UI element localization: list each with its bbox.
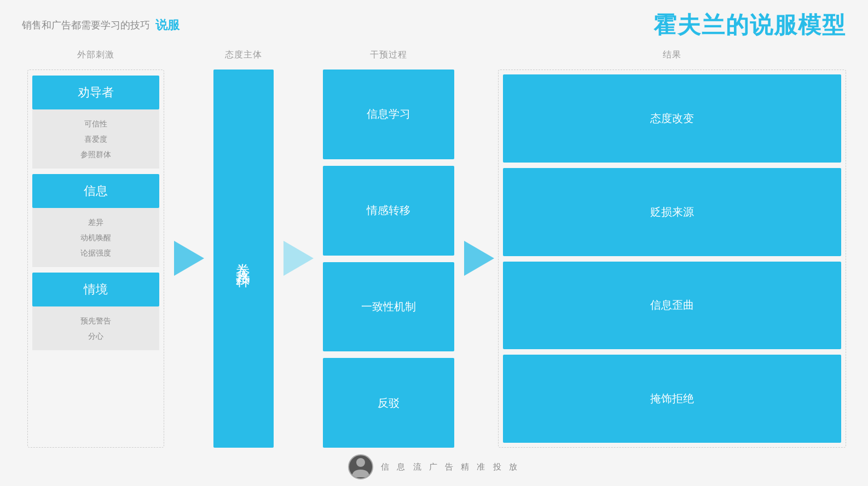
- intervention-label: 干预过程: [370, 49, 407, 61]
- footer-text: 信 息 流 广 告 精 准 投 放: [381, 462, 519, 472]
- col-external: 外部刺激 劝导者 可信性喜爱度参照群体 信息 差异动机唤醒论据强度 情境 预先警…: [22, 49, 170, 448]
- external-item-2-sub: 差异动机唤醒论据强度: [32, 208, 159, 267]
- intervention-items: 信息学习 情感转移 一致性机制 反驳: [323, 70, 454, 448]
- intervention-item-3: 一致性机制: [323, 262, 454, 352]
- header-title: 霍夫兰的说服模型: [653, 10, 846, 40]
- col-attitude: 态度主体 卷入接种: [208, 49, 279, 448]
- header-highlight: 说服: [155, 17, 180, 33]
- result-label: 结果: [663, 49, 681, 61]
- footer: 信 息 流 广 告 精 准 投 放: [0, 454, 868, 479]
- arrow-3: [464, 241, 494, 276]
- arrow-1-wrapper: [170, 49, 208, 448]
- external-box: 劝导者 可信性喜爱度参照群体 信息 差异动机唤醒论据强度 情境 预先警告分心: [27, 70, 164, 448]
- header-left: 销售和广告都需要学习的技巧 说服: [22, 17, 180, 33]
- external-item-3-sub: 预先警告分心: [32, 306, 159, 350]
- footer-avatar: [348, 454, 373, 479]
- result-item-3: 信息歪曲: [503, 262, 841, 350]
- intervention-item-4: 反驳: [323, 358, 454, 448]
- external-item-1-sub: 可信性喜爱度参照群体: [32, 109, 159, 169]
- result-box: 态度改变 贬损来源 信息歪曲 掩饰拒绝: [498, 70, 846, 448]
- external-item-1-title: 劝导者: [32, 76, 159, 109]
- header: 销售和广告都需要学习的技巧 说服 霍夫兰的说服模型: [22, 10, 846, 40]
- intervention-item-1: 信息学习: [323, 70, 454, 159]
- diagram: 外部刺激 劝导者 可信性喜爱度参照群体 信息 差异动机唤醒论据强度 情境 预先警…: [22, 49, 846, 448]
- svg-point-0: [356, 458, 365, 467]
- external-item-3-title: 情境: [32, 273, 159, 306]
- external-item-1: 劝导者 可信性喜爱度参照群体: [32, 76, 159, 169]
- arrow-1: [174, 241, 204, 276]
- col-intervention: 干预过程 信息学习 情感转移 一致性机制 反驳: [317, 49, 460, 448]
- external-item-2: 信息 差异动机唤醒论据强度: [32, 174, 159, 267]
- result-item-4: 掩饰拒绝: [503, 355, 841, 443]
- intervention-item-2: 情感转移: [323, 166, 454, 256]
- external-item-3: 情境 预先警告分心: [32, 273, 159, 350]
- external-item-2-title: 信息: [32, 174, 159, 208]
- result-item-1: 态度改变: [503, 74, 841, 163]
- attitude-label: 态度主体: [225, 49, 262, 61]
- result-item-2: 贬损来源: [503, 168, 841, 256]
- external-label: 外部刺激: [77, 49, 114, 61]
- header-subtitle: 销售和广告都需要学习的技巧: [22, 19, 150, 32]
- arrow-3-wrapper: [460, 49, 498, 448]
- arrow-2: [283, 241, 314, 276]
- attitude-box: 卷入接种: [213, 70, 274, 448]
- col-result: 结果 态度改变 贬损来源 信息歪曲 掩饰拒绝: [498, 49, 846, 448]
- arrow-2-wrapper: [279, 49, 317, 448]
